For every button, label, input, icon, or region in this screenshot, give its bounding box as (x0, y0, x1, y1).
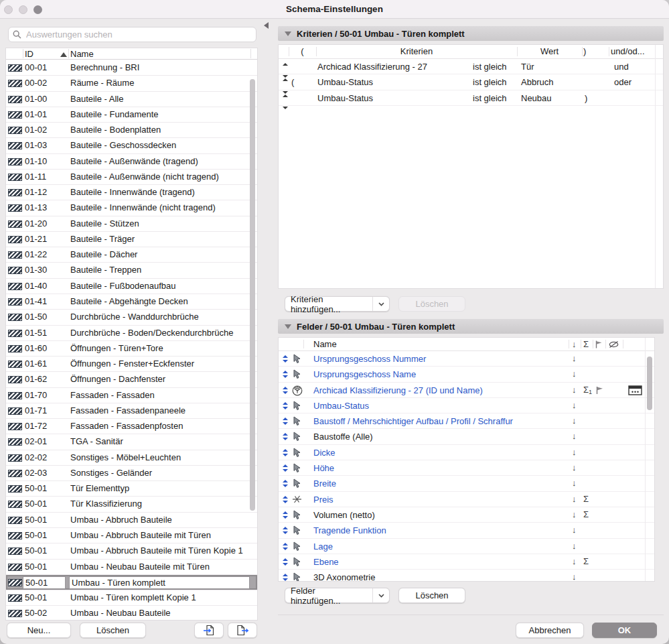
list-item[interactable]: 01-11 Bauteile - Außenwände (nicht trage… (6, 170, 257, 185)
add-criteria-button[interactable]: Kriterien hinzufügen... (285, 296, 390, 312)
field-name[interactable]: Volumen (netto) (313, 507, 375, 522)
reorder-handle-icon[interactable] (283, 449, 289, 456)
field-name[interactable]: Ursprungsgeschoss Nummer (313, 351, 426, 366)
reorder-handle-icon[interactable] (283, 543, 289, 550)
column-header-id[interactable]: ID (25, 49, 33, 59)
field-options-button[interactable] (628, 385, 642, 395)
list-item[interactable]: 01-30 Bauteile - Treppen (6, 263, 257, 278)
condition-cell[interactable]: ist gleich (473, 59, 507, 74)
list-item[interactable]: 01-01 Bauteile - Fundamente (6, 107, 257, 123)
list-item[interactable]: 01-72 Fassaden - Fassadenpfosten (6, 419, 257, 434)
list-item[interactable]: 01-12 Bauteile - Innenwände (tragend) (6, 185, 257, 200)
field-row[interactable]: Lage (279, 539, 654, 554)
value-cell[interactable]: Tür (521, 59, 534, 74)
field-row[interactable]: Umbau-Status (279, 398, 654, 413)
column-header-name[interactable]: Name (70, 49, 94, 59)
value-cell[interactable]: Abbruch (521, 74, 553, 89)
field-row[interactable]: Baustoff / Mehrschichtiger Aufbau / Prof… (279, 413, 654, 429)
search-field[interactable] (8, 27, 256, 42)
import-scheme-button[interactable] (194, 623, 224, 638)
criteria-row[interactable]: Umbau-Status ist gleich Neubau ) (279, 90, 663, 106)
field-row[interactable]: Breite (279, 476, 654, 491)
list-item[interactable]: 01-02 Bauteile - Bodenplatten (6, 123, 257, 138)
list-item[interactable]: 01-62 Öffnungen - Dachfenster (6, 372, 257, 387)
reorder-handle-icon[interactable] (283, 527, 289, 534)
reorder-handle-icon[interactable] (283, 480, 289, 487)
list-item[interactable]: 02-03 Sonstiges - Geländer (6, 466, 257, 481)
field-name[interactable]: Breite (313, 476, 336, 491)
list-item[interactable]: 01-71 Fassaden - Fassadenpaneele (6, 403, 257, 419)
close-paren-cell[interactable]: ) (585, 90, 587, 105)
collapse-panel-arrow-icon[interactable] (264, 22, 269, 29)
new-scheme-button[interactable]: Neu... (7, 623, 71, 638)
list-item[interactable]: 01-22 Bauteile - Dächer (6, 247, 257, 263)
field-name[interactable]: Ursprungsgeschoss Name (313, 367, 416, 381)
condition-cell[interactable]: ist gleich (473, 90, 507, 105)
reorder-handle-icon[interactable] (283, 94, 289, 109)
add-fields-button[interactable]: Felder hinzufügen... (285, 588, 390, 603)
list-item[interactable]: 50-01 Umbau - Abbruch Bauteile (6, 513, 257, 528)
field-row[interactable]: Tragende Funktion (279, 523, 654, 538)
field-row[interactable]: Ursprungsgeschoss Nummer (279, 351, 654, 367)
value-cell[interactable]: Neubau (521, 90, 552, 105)
list-item[interactable]: 50-01 Umbau - Türen komplett (6, 575, 257, 590)
delete-scheme-button[interactable]: Löschen (80, 623, 146, 638)
reorder-handle-icon[interactable] (283, 511, 289, 519)
reorder-handle-icon[interactable] (283, 371, 289, 378)
criteria-name-cell[interactable]: Archicad Klassifizierung - 27 (317, 59, 427, 74)
field-row[interactable]: Baustoffe (Alle) (279, 429, 654, 444)
export-scheme-button[interactable] (228, 623, 257, 638)
field-row[interactable]: Dicke (279, 445, 654, 460)
list-item[interactable]: 01-00 Bauteile - Alle (6, 92, 257, 107)
field-name[interactable]: 3D Axonometrie (313, 570, 376, 582)
list-item[interactable]: 50-01 Tür Klassifizierung (6, 497, 257, 512)
criteria-name-cell[interactable]: Umbau-Status (317, 90, 373, 105)
field-name[interactable]: Höhe (313, 460, 334, 475)
list-item[interactable]: 01-41 Bauteile - Abgehängte Decken (6, 294, 257, 310)
fields-scrollbar-thumb[interactable] (647, 357, 652, 410)
criteria-row[interactable]: Archicad Klassifizierung - 27 ist gleich… (279, 59, 663, 74)
schemes-scrollbar-thumb[interactable] (250, 79, 255, 511)
field-row[interactable]: Höhe (279, 460, 654, 476)
delete-criteria-button[interactable]: Löschen (398, 296, 465, 312)
reorder-handle-icon[interactable] (283, 402, 289, 409)
criteria-panel-header[interactable]: Kriterien / 50-01 Umbau - Türen komplett (278, 26, 664, 41)
list-item[interactable]: 01-51 Durchbrüche - Boden/Deckendurchbrü… (6, 326, 257, 341)
field-name[interactable]: Tragende Funktion (313, 523, 386, 537)
criteria-row[interactable]: ( Umbau-Status ist gleich Abbruch oder (279, 74, 663, 90)
reorder-handle-icon[interactable] (283, 574, 289, 581)
field-name[interactable]: Lage (313, 539, 333, 554)
open-paren-cell[interactable]: ( (291, 74, 294, 89)
reorder-handle-icon[interactable] (283, 558, 289, 566)
list-item[interactable]: 50-01 Umbau - Abbruch Bauteile mit Türen (6, 528, 257, 543)
list-item[interactable]: 02-02 Sonstiges - Möbel+Leuchten (6, 450, 257, 466)
field-name[interactable]: Archicad Klassifizierung - 27 (ID und Na… (313, 383, 483, 397)
list-item[interactable]: 00-01 Berechnung - BRI (6, 60, 257, 76)
ok-button[interactable]: OK (592, 623, 657, 638)
field-name[interactable]: Ebene (313, 554, 339, 569)
field-row[interactable]: Ursprungsgeschoss Name (279, 367, 654, 382)
list-item[interactable]: 01-40 Bauteile - Fußbodenaufbau (6, 279, 257, 294)
field-row[interactable]: Ebene (279, 554, 654, 570)
field-name[interactable]: Baustoffe (Alle) (313, 429, 373, 444)
list-item[interactable]: 01-03 Bauteile - Geschossdecken (6, 138, 257, 153)
chevron-down-icon[interactable] (372, 588, 389, 602)
list-item[interactable]: 01-21 Bauteile - Träger (6, 232, 257, 247)
list-item[interactable]: 50-01 Umbau - Neubau Bauteile mit Türen (6, 560, 257, 575)
field-row[interactable]: Volumen (netto) (279, 507, 654, 523)
reorder-handle-icon[interactable] (283, 464, 289, 472)
field-name[interactable]: Dicke (313, 445, 336, 460)
andor-cell[interactable]: oder (614, 74, 631, 89)
list-item[interactable]: 02-01 TGA - Sanitär (6, 434, 257, 450)
delete-field-button[interactable]: Löschen (398, 588, 465, 603)
field-name[interactable]: Baustoff / Mehrschichtiger Aufbau / Prof… (313, 413, 513, 428)
andor-cell[interactable]: und (614, 59, 629, 74)
reorder-handle-icon[interactable] (283, 355, 289, 363)
list-item[interactable]: 01-60 Öffnungen - Türen+Tore (6, 341, 257, 357)
chevron-down-icon[interactable] (372, 297, 389, 311)
criteria-name-cell[interactable]: Umbau-Status (317, 74, 373, 89)
list-item[interactable]: 01-13 Bauteile - Innenwände (nicht trage… (6, 200, 257, 216)
cancel-button[interactable]: Abbrechen (516, 623, 584, 638)
list-item[interactable]: 01-70 Fassaden - Fassaden (6, 388, 257, 403)
list-item[interactable]: 50-01 Tür Elementtyp (6, 481, 257, 497)
